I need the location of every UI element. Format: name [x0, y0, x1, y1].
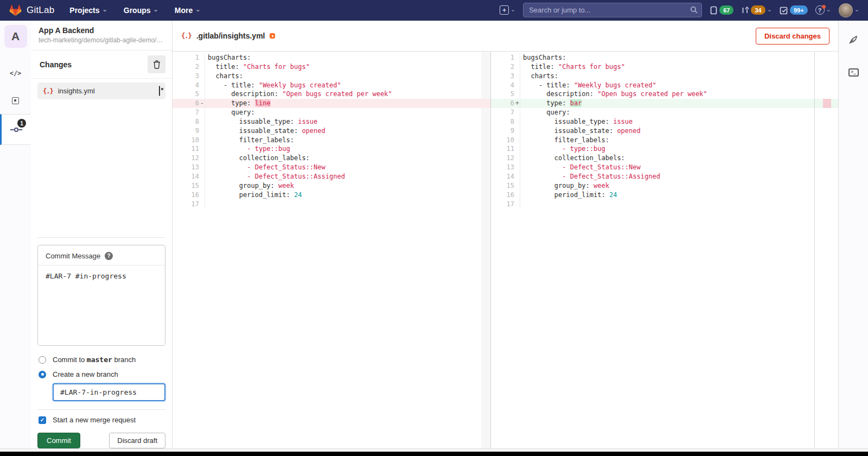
diff-line[interactable]: 16 period_limit: 24 — [491, 191, 838, 200]
diff-pane-original[interactable]: 1bugsCharts:2 title: "Charts for bugs"3 … — [173, 52, 491, 448]
diff-line[interactable]: 16 period_limit: 24 — [173, 191, 490, 200]
diff-line[interactable]: 15 group_by: week — [491, 181, 838, 191]
diff-line[interactable]: 5 description: "Open bugs created per we… — [491, 90, 838, 99]
merge-request-checkbox[interactable]: ✓ — [39, 416, 46, 424]
discard-changes-button[interactable]: Discard changes — [756, 28, 829, 45]
nav-projects[interactable]: Projects⌄ — [69, 6, 107, 15]
commit-actions: Commit Discard draft — [37, 433, 165, 448]
branch-name-input[interactable] — [53, 383, 165, 401]
diff-line[interactable]: 9 issuable_state: opened — [173, 126, 490, 136]
search-input[interactable] — [523, 3, 702, 17]
overview-ruler-change-mark — [823, 99, 831, 108]
user-avatar — [839, 3, 853, 17]
diff-line[interactable]: 14 - Defect_Status::Assigned — [173, 172, 490, 181]
diff-line[interactable]: 8 issuable_type: issue — [173, 117, 490, 126]
commit-message-panel: Commit Message ? #LAR-7 #in-progress — [37, 245, 165, 346]
gitlab-logo[interactable]: GitLab — [9, 4, 54, 17]
diff-line[interactable]: 17 — [491, 200, 838, 209]
mr-count-badge: 34 — [751, 5, 765, 15]
line-number: 6+ — [491, 99, 520, 108]
changed-file-insights-yml[interactable]: {.} insights.yml — [37, 83, 165, 99]
diff-line[interactable]: 8 issuable_type: issue — [491, 117, 838, 126]
changes-count-badge: 1 — [17, 119, 26, 128]
diff-line[interactable]: 3 charts: — [491, 72, 838, 81]
merge-request-label: Start a new merge request — [53, 416, 136, 424]
diff-line[interactable]: 15 group_by: week — [173, 181, 490, 191]
commit-message-input[interactable]: #LAR-7 #in-progress — [38, 265, 165, 345]
chevron-down-icon: ⌄ — [854, 7, 859, 12]
discard-draft-button[interactable]: Discard draft — [109, 433, 165, 448]
overview-ruler-border — [814, 52, 815, 448]
code-icon: </> — [10, 69, 22, 77]
new-menu-button[interactable]: + ⌄ — [500, 5, 515, 15]
diff-line[interactable]: 1bugsCharts: — [491, 53, 838, 62]
merge-request-option: ✓ Start a new merge request — [39, 416, 165, 424]
merge-requests-menu[interactable]: 34 ⌄ — [741, 5, 771, 15]
file-name: insights.yml — [58, 87, 95, 95]
line-number: 10 — [491, 136, 520, 145]
commit-sidebar: App A Backend tech-marketing/demos/gitla… — [31, 21, 173, 448]
terminal-button[interactable]: >_ — [844, 63, 863, 81]
plus-icon: + — [500, 5, 509, 15]
nav-groups[interactable]: Groups⌄ — [124, 6, 158, 15]
gitlab-web-ide: GitLab Projects⌄ Groups⌄ More⌄ + ⌄ 6 — [0, 0, 868, 456]
line-number: 4 — [173, 81, 205, 90]
live-preview-button[interactable] — [844, 30, 863, 49]
rail-commit-button[interactable]: 1 — [0, 114, 31, 145]
diff-line[interactable]: 5 description: "Open bugs created per we… — [173, 90, 490, 99]
chevron-down-icon: ⌄ — [826, 7, 831, 12]
discard-all-button[interactable] — [148, 55, 165, 73]
diff-line[interactable]: 12 collection_labels: — [491, 154, 838, 163]
todos-menu[interactable]: 99+ — [780, 5, 808, 15]
live-preview-icon — [848, 35, 858, 45]
user-menu[interactable]: ⌄ — [839, 3, 859, 17]
line-number: 5 — [173, 90, 205, 99]
diff-line[interactable]: 1bugsCharts: — [173, 53, 490, 62]
help-icon[interactable]: ? — [105, 252, 113, 260]
diff-line[interactable]: 6+ type: bar — [491, 99, 838, 108]
diff-line[interactable]: 9 issuable_state: opened — [491, 126, 838, 136]
radio-commit-master[interactable] — [39, 356, 46, 364]
commit-to-master-option: Commit to master branch — [39, 356, 165, 364]
diff-line[interactable]: 6- type: line — [173, 99, 490, 108]
line-number: 14 — [173, 172, 205, 181]
diff-line[interactable]: 11 - type::bug — [491, 144, 838, 154]
modified-dot-icon — [270, 33, 275, 39]
rail-edit-button[interactable]: </> — [0, 60, 31, 87]
diff-line[interactable]: 2 title: "Charts for bugs" — [491, 62, 838, 72]
commit-button[interactable]: Commit — [37, 433, 80, 448]
issues-icon — [710, 6, 718, 15]
nav-more[interactable]: More⌄ — [175, 6, 201, 15]
project-avatar[interactable]: A — [4, 25, 27, 48]
search-icon — [690, 6, 698, 14]
commit-message-header: Commit Message ? — [38, 245, 165, 265]
diff-line[interactable]: 17 — [173, 200, 490, 209]
radio-new-branch[interactable] — [39, 371, 46, 378]
diff-line[interactable]: 4 - title: "Weekly bugs created" — [491, 81, 838, 90]
diff-pane-modified[interactable]: 1bugsCharts:2 title: "Charts for bugs"3 … — [491, 52, 838, 448]
project-path: tech-marketing/demos/gitlab-agile-demo/l… — [39, 36, 164, 44]
diff-line[interactable]: 3 charts: — [173, 72, 490, 81]
diff-line[interactable]: 2 title: "Charts for bugs" — [173, 62, 490, 72]
commit-master-label: Commit to master branch — [53, 356, 136, 364]
line-number: 1 — [491, 53, 520, 62]
chevron-down-icon: ⌄ — [767, 7, 772, 12]
project-header[interactable]: App A Backend tech-marketing/demos/gitla… — [31, 21, 172, 50]
diff-line[interactable]: 10 filter_labels: — [173, 136, 490, 145]
diff-line[interactable]: 12 collection_labels: — [173, 154, 490, 163]
help-menu[interactable]: ? ⌄ — [815, 5, 831, 15]
diff-line[interactable]: 4 - title: "Weekly bugs created" — [173, 81, 490, 90]
diff-line[interactable]: 13 - Defect_Status::New — [173, 163, 490, 172]
diff-line[interactable]: 13 - Defect_Status::New — [491, 163, 838, 172]
trash-icon — [153, 60, 161, 69]
diff-line[interactable]: 7 query: — [173, 108, 490, 117]
project-name: App A Backend — [39, 26, 164, 35]
diff-line[interactable]: 7 query: — [491, 108, 838, 117]
issues-menu[interactable]: 67 — [710, 5, 733, 15]
diff-line[interactable]: 10 filter_labels: — [491, 136, 838, 145]
diff-line[interactable]: 11 - type::bug — [173, 144, 490, 154]
divider — [37, 409, 165, 410]
rail-review-button[interactable] — [0, 87, 31, 114]
changes-title: Changes — [40, 60, 72, 69]
diff-line[interactable]: 14 - Defect_Status::Assigned — [491, 172, 838, 181]
